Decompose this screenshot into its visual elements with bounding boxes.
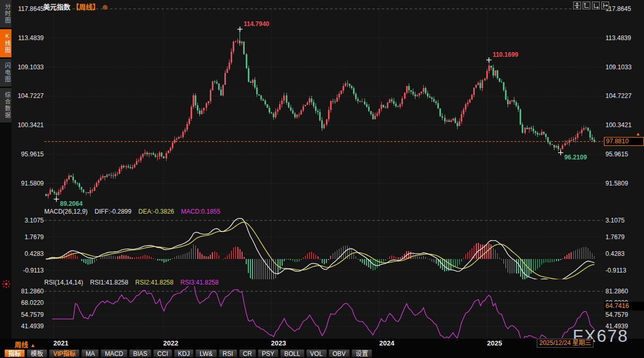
cursor-date-badge: 2025/12/24 星期三: [537, 339, 594, 348]
axis-label: 0.4283: [10, 250, 44, 258]
rsi-params: RSI(14,14,14): [44, 279, 83, 286]
sidebar-tab-3[interactable]: 闪电图: [0, 59, 11, 87]
axis-label: -0.9113: [10, 266, 44, 275]
current-price-badge: 97.8810: [604, 137, 644, 146]
sidebar-tab-4[interactable]: 综合数据: [0, 88, 11, 122]
axis-label: 81.2860: [605, 287, 628, 295]
macd-diff-value: DIFF:-0.2899: [95, 208, 132, 215]
axis-label: 54.7579: [10, 311, 44, 319]
macd-params: MACD(26,12,9): [44, 208, 87, 215]
timeframe-tag[interactable]: 【周线】: [72, 3, 99, 11]
macd-panel-header: MACD(26,12,9) DIFF:-0.2899 DEA:-0.3826 M…: [44, 208, 225, 215]
axis-label: 109.1033: [10, 63, 44, 71]
dropdown-arrow-icon: ▲: [30, 342, 35, 348]
axis-label: 41.4939: [10, 322, 44, 330]
indicator-toolbar: 指标模板VIP指标MAMACDBIASCCIKDJLW&RSICRPSYBOLL…: [0, 349, 644, 358]
axis-label: 100.3421: [10, 121, 44, 129]
toolbar-button-9[interactable]: LW&: [195, 349, 217, 357]
axis-label: 3.1075: [10, 216, 44, 225]
extreme-annotation: 89.2064: [60, 200, 82, 207]
axis-label: 113.4839: [10, 34, 44, 42]
price-marker-icon[interactable]: ▲: [636, 131, 640, 137]
xaxis-year-2024: 2024: [380, 339, 395, 347]
target-icon[interactable]: ⊕: [102, 3, 108, 11]
toolbar-button-16[interactable]: 设置: [351, 349, 372, 357]
x-axis-scale-icon[interactable]: [592, 2, 600, 9]
toolbar-button-8[interactable]: KDJ: [174, 349, 194, 357]
axis-label: 1.7679: [605, 233, 625, 241]
axis-label: 81.2860: [10, 287, 44, 295]
move-crosshair-icon[interactable]: [573, 2, 581, 9]
toolbar-button-5[interactable]: MACD: [100, 349, 127, 357]
axis-label: 109.1033: [605, 63, 632, 71]
axis-label: 0.4283: [605, 250, 625, 258]
rsi-current-badge: 64.7416: [604, 302, 644, 311]
toolbar-button-10[interactable]: RSI: [219, 349, 237, 357]
axis-label: 104.7227: [10, 92, 44, 100]
axis-label: 95.9615: [10, 150, 44, 158]
axis-label: 113.4839: [605, 34, 631, 42]
toolbar-button-11[interactable]: CR: [239, 349, 256, 357]
toolbar-button-14[interactable]: VOL: [306, 349, 327, 357]
y-axis-scale-icon[interactable]: [583, 2, 590, 9]
axis-label: 117.8645: [605, 5, 631, 13]
axis-label: 3.1075: [605, 216, 625, 225]
rsi3-value: RSI3:41.8258: [181, 279, 219, 286]
axis-label: 104.7227: [605, 92, 632, 100]
axis-label: -0.9113: [605, 266, 626, 275]
toolbar-button-4[interactable]: MA: [81, 349, 99, 357]
xaxis-year-2023: 2023: [271, 339, 286, 347]
axis-label: 91.5809: [605, 179, 628, 188]
extreme-annotation: 114.7940: [244, 20, 269, 28]
toolbar-button-13[interactable]: BOLL: [280, 349, 305, 357]
chart-title: 美元指数 【周线】 ⊕: [43, 2, 108, 11]
axis-label: 100.3421: [605, 121, 632, 129]
toolbar-button-1[interactable]: 指标: [4, 349, 25, 357]
period-selector-label: 周线: [15, 341, 28, 349]
toolbar-button-7[interactable]: CCI: [153, 349, 172, 357]
extreme-annotation: 110.1699: [493, 51, 518, 58]
sidebar: 分时图K线图闪电图综合数据: [0, 0, 11, 124]
sidebar-tab-2[interactable]: K线图: [0, 29, 11, 57]
rsi2-value: RSI2:41.8258: [135, 279, 173, 286]
axis-label: 95.9615: [605, 150, 628, 158]
live-indicator-icon: [2, 279, 11, 289]
axis-label: 91.5809: [10, 179, 44, 188]
chart-canvas[interactable]: [0, 0, 644, 358]
macd-dea-value: DEA:-0.3826: [138, 208, 174, 215]
toolbar-button-2[interactable]: 模板: [27, 349, 47, 357]
instrument-name: 美元指数: [43, 3, 70, 11]
toolbar-button-12[interactable]: PSY: [258, 349, 279, 357]
app-window: 分时图K线图闪电图综合数据 美元指数 【周线】 ⊕ MACD(26,12,9): [0, 0, 644, 358]
axis-label: 54.7579: [605, 311, 628, 319]
sidebar-tab-1[interactable]: 分时图: [0, 0, 11, 28]
axis-label: 1.7679: [10, 233, 44, 241]
toolbar-button-15[interactable]: OBV: [329, 349, 350, 357]
extreme-annotation: 96.2109: [564, 154, 587, 161]
xaxis-year-2021: 2021: [54, 339, 69, 347]
axis-label: 117.8645: [10, 5, 44, 13]
rsi-panel-header: RSI(14,14,14) RSI1:41.8258 RSI2:41.8258 …: [44, 279, 224, 286]
rsi1-value: RSI1:41.8258: [90, 279, 128, 286]
pan-right-icon[interactable]: [601, 2, 609, 9]
toolbar-button-6[interactable]: BIAS: [129, 349, 151, 357]
macd-hist-value: MACD:0.1855: [181, 208, 220, 215]
period-selector[interactable]: 周线▲: [15, 339, 35, 349]
toolbar-button-3[interactable]: VIP指标: [49, 349, 80, 357]
xaxis-year-2022: 2022: [163, 339, 179, 347]
xaxis-year-2025: 2025: [487, 339, 502, 347]
axis-label: 68.0220: [10, 299, 44, 307]
chart-tool-buttons: [573, 2, 609, 9]
